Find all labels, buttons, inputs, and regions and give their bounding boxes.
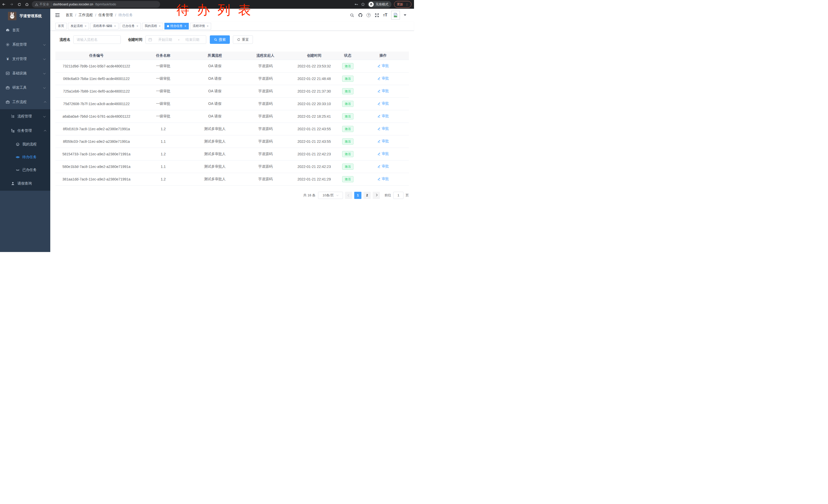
- close-icon[interactable]: ×: [114, 25, 116, 28]
- bookmark-star-icon[interactable]: [361, 2, 365, 6]
- approve-link[interactable]: 审批: [377, 126, 389, 131]
- tab-label: 首页: [58, 24, 64, 28]
- sidebar-item-payment[interactable]: ¥ 支付管理: [0, 52, 50, 66]
- approve-link[interactable]: 审批: [377, 76, 389, 81]
- date-range-picker[interactable]: 开始日期 - 结束日期: [146, 35, 206, 44]
- tab-my-process[interactable]: 我的流程 ×: [142, 23, 163, 30]
- approve-link[interactable]: 审批: [377, 89, 389, 93]
- approve-link[interactable]: 审批: [377, 151, 389, 156]
- approve-link[interactable]: 审批: [377, 63, 389, 68]
- text-size-icon[interactable]: TT: [383, 13, 387, 17]
- sidebar-item-dev-tools[interactable]: 研发工具: [0, 81, 50, 95]
- process-name-input[interactable]: [73, 35, 121, 44]
- sidebar-item-done-tasks[interactable]: 已办任务: [0, 164, 50, 176]
- tab-start-process[interactable]: 发起流程 ×: [68, 23, 89, 30]
- approve-link[interactable]: 审批: [377, 164, 389, 169]
- sidebar-item-workflow[interactable]: 工作流程: [0, 95, 50, 109]
- close-icon[interactable]: ×: [85, 25, 86, 28]
- browser-menu-kebab-icon[interactable]: ⋮: [405, 3, 409, 6]
- table-header-row: 任务编号 任务名称 所属流程 流程发起人 创建时间 状态 操作: [55, 51, 409, 60]
- tab-home[interactable]: 首页: [55, 23, 67, 30]
- chevron-down-icon: [43, 115, 46, 118]
- face-icon: [16, 142, 20, 146]
- sidebar-item-leave-query[interactable]: 请假查询: [0, 176, 50, 191]
- app-title: 芋道管理系统: [19, 13, 42, 18]
- approve-link-label: 审批: [382, 76, 389, 81]
- browser-forward-icon[interactable]: [8, 0, 15, 9]
- sidebar-item-infrastructure[interactable]: 基础设施: [0, 66, 50, 81]
- cell-create-time: 2022-01-21 22:43:55: [290, 135, 338, 148]
- sidebar-item-my-process[interactable]: 我的流程: [0, 138, 50, 151]
- sidebar-item-home[interactable]: 首页: [0, 23, 50, 37]
- task-table: 任务编号 任务名称 所属流程 流程发起人 创建时间 状态 操作 73211d9d…: [55, 51, 409, 186]
- cell-task-name: 一级审批: [137, 110, 189, 123]
- status-badge: 激活: [342, 113, 354, 120]
- browser-reload-icon[interactable]: [15, 0, 23, 9]
- reset-button[interactable]: 重置: [233, 35, 253, 44]
- incognito-label: 无痕模式: [376, 2, 388, 7]
- update-label: 更新: [397, 2, 403, 7]
- browser-back-icon[interactable]: [0, 0, 8, 9]
- tab-label: 发起流程: [71, 24, 83, 28]
- breadcrumb-home[interactable]: 首页: [66, 13, 73, 17]
- status-badge: 激活: [342, 126, 354, 132]
- table-row: a6aba0a4-7b6d-11ec-b781-acde48001122 一级审…: [55, 110, 409, 123]
- sidebar-item-label: 待办任务: [22, 155, 37, 159]
- cell-task-id: 8f0d1619-7ac8-11ec-a9e2-a2380e71991a: [55, 123, 137, 135]
- search-icon[interactable]: [349, 13, 354, 17]
- goto-page-input[interactable]: [393, 192, 404, 199]
- sidebar-item-task-management[interactable]: 任务管理: [0, 124, 50, 138]
- approve-link[interactable]: 审批: [377, 139, 389, 144]
- cell-process: OA 请假: [189, 110, 241, 123]
- col-starter: 流程发起人: [241, 51, 290, 60]
- page-size-select[interactable]: 10条/页: [318, 192, 343, 199]
- close-icon[interactable]: ×: [207, 25, 209, 28]
- cell-process: 测试多审批人: [189, 123, 241, 135]
- tab-done-tasks[interactable]: 已办任务 ×: [120, 23, 141, 30]
- next-page-button[interactable]: [373, 192, 380, 199]
- table-row: 73211d9d-7b9b-11ec-b5b7-acde48001122 一级审…: [55, 60, 409, 72]
- chevron-right-icon: [375, 194, 377, 196]
- toolbox-icon: [6, 86, 10, 90]
- github-icon[interactable]: [358, 13, 363, 17]
- approve-link[interactable]: 审批: [377, 101, 389, 106]
- close-icon[interactable]: ×: [184, 25, 186, 28]
- approve-link[interactable]: 审批: [377, 177, 389, 181]
- tab-process-detail[interactable]: 流程详情 ×: [190, 23, 211, 30]
- incognito-icon: [369, 2, 374, 7]
- help-icon[interactable]: ?: [367, 13, 371, 17]
- browser-home-icon[interactable]: [23, 0, 31, 9]
- fullscreen-icon[interactable]: [374, 13, 379, 17]
- tab-todo-tasks[interactable]: 待办任务 ×: [164, 23, 189, 30]
- password-key-icon[interactable]: [354, 2, 358, 6]
- approve-link-label: 审批: [382, 101, 389, 106]
- tab-process-form-edit[interactable]: 流程表单-编辑 ×: [90, 23, 119, 30]
- approve-link[interactable]: 审批: [377, 114, 389, 119]
- page-1-button[interactable]: 1: [354, 192, 362, 199]
- not-secure-warning-icon[interactable]: 不安全: [35, 2, 49, 7]
- cell-create-time: 2022-01-21 22:42:23: [290, 148, 338, 160]
- eye-open-icon: [16, 155, 20, 159]
- page-2-button[interactable]: 2: [364, 192, 371, 199]
- breadcrumb-workflow[interactable]: 工作流程: [79, 13, 93, 17]
- close-icon[interactable]: ×: [159, 25, 161, 28]
- sidebar-item-system[interactable]: 系统管理: [0, 37, 50, 52]
- sidebar-item-label: 流程管理: [17, 114, 32, 119]
- sidebar-item-todo-tasks[interactable]: 待办任务: [0, 151, 50, 164]
- chevron-down-icon: [336, 194, 338, 196]
- breadcrumb-task-management[interactable]: 任务管理: [98, 13, 113, 17]
- sidebar-item-process-management[interactable]: 流程管理: [0, 109, 50, 124]
- avatar[interactable]: [391, 11, 400, 19]
- logo[interactable]: 芋道管理系统: [0, 9, 50, 23]
- url-bar[interactable]: 不安全 dashboard.yudao.iocoder.cn/bpm/task/…: [32, 1, 160, 8]
- prev-page-button[interactable]: [345, 192, 352, 199]
- cell-process: 测试多审批人: [189, 173, 241, 185]
- cell-task-name: 一级审批: [137, 85, 189, 97]
- close-icon[interactable]: ×: [136, 25, 138, 28]
- update-button[interactable]: 更新 ⋮: [394, 1, 411, 8]
- search-button[interactable]: 搜索: [210, 35, 230, 44]
- sidebar-collapse-icon[interactable]: [55, 12, 60, 18]
- filter-form: 流程名 创建时间 开始日期 - 结束日期 搜索 重置: [59, 35, 414, 44]
- avatar-caret-icon[interactable]: [404, 14, 406, 16]
- cell-starter: 芋道源码: [241, 97, 290, 110]
